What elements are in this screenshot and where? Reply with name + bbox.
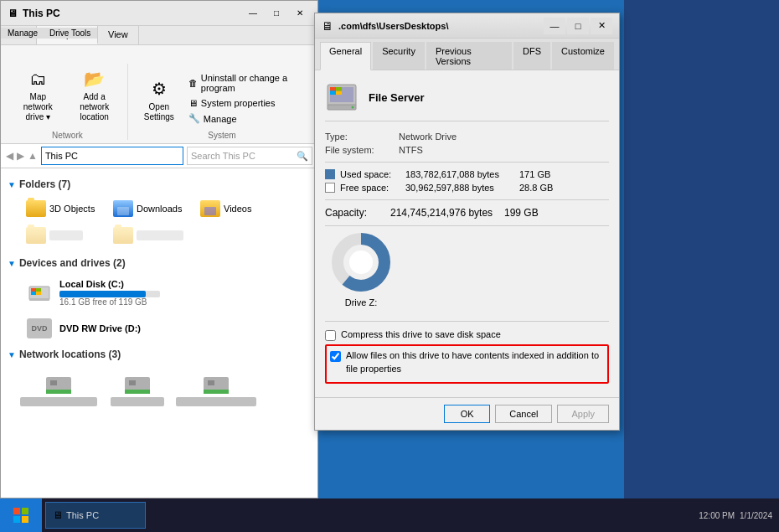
capacity-bytes: 214,745,214,976 bytes — [390, 207, 499, 219]
list-item[interactable]: Desktop — [21, 224, 105, 247]
dialog-title-bar: 🖥 .com\dfs\UsersDesktops\ — □ ✕ — [315, 13, 619, 39]
forward-icon[interactable]: ▶ — [17, 150, 24, 162]
uninstall-icon: 🗑 — [188, 78, 198, 88]
list-item[interactable]: DVD DVD RW Drive (D:) — [21, 312, 311, 345]
tab-general[interactable]: General — [320, 42, 371, 70]
ribbon-group-system: ⚙ OpenSettings 🗑 Uninstall or change a p… — [133, 71, 311, 140]
svg-rect-9 — [50, 380, 57, 385]
apply-button[interactable]: Apply — [557, 405, 609, 423]
used-gb: 171 GB — [519, 169, 550, 179]
dialog-minimize-button[interactable]: — — [544, 18, 565, 34]
sub-tab-drive-tools[interactable]: Drive Tools — [49, 28, 90, 38]
network-section-header[interactable]: ▼ Network locations (3) — [8, 349, 311, 360]
space-section: Used space: 183,782,617,088 bytes 171 GB… — [325, 169, 609, 193]
svg-rect-29 — [22, 508, 28, 514]
compress-label: Compress this drive to save disk space — [341, 328, 501, 341]
open-settings-button[interactable]: ⚙ OpenSettings — [138, 74, 180, 126]
local-disk-icon — [26, 280, 53, 307]
list-item[interactable]: Documents — [108, 224, 192, 247]
start-button[interactable] — [0, 498, 42, 532]
folder-icon — [200, 200, 220, 217]
system-props-icon: 🖥 — [188, 98, 198, 108]
search-box[interactable]: Search This PC 🔍 — [187, 147, 312, 165]
back-icon[interactable]: ◀ — [6, 150, 13, 162]
tab-security[interactable]: Security — [373, 42, 425, 70]
disk-visual-section: Drive Z: — [325, 225, 609, 314]
svg-rect-3 — [36, 288, 41, 292]
network-group-label: Network — [52, 131, 83, 140]
system-properties-button[interactable]: 🖥 System properties — [183, 96, 306, 110]
dialog-close-button[interactable]: ✕ — [591, 18, 612, 34]
donut-chart — [332, 233, 390, 292]
svg-point-24 — [352, 106, 354, 109]
manage-label: Manage — [204, 114, 237, 124]
list-item[interactable]: Local Disk (C:) 16.1 GB free of 119 GB — [21, 276, 311, 310]
content-area[interactable]: ▼ Folders (7) 3D Objects Downloads Video… — [1, 168, 317, 498]
list-item[interactable]: 3D Objects — [21, 197, 105, 220]
dialog-title-text: .com\dfs\UsersDesktops\ — [338, 21, 544, 31]
file-server-name: File Server — [369, 91, 425, 104]
taskbar-explorer-item[interactable]: 🖥 This PC — [45, 502, 146, 529]
tab-customize[interactable]: Customize — [552, 42, 614, 70]
used-bytes: 183,782,617,088 bytes — [405, 169, 514, 179]
network-grid: .com\dfs\UsersHo... .com\dfs) (K:) — [21, 367, 311, 410]
list-item[interactable]: .com\dfs\UsersDes... — [178, 367, 254, 410]
close-button[interactable]: ✕ — [289, 5, 311, 22]
network-section-label: Network locations (3) — [19, 349, 121, 360]
dvd-info: DVD RW Drive (D:) — [59, 323, 306, 333]
taskbar-clock: 12:00 PM 1/1/2024 — [692, 511, 779, 520]
folders-section-header[interactable]: ▼ Folders (7) — [8, 178, 311, 190]
add-network-location-button[interactable]: 📂 Add a networklocation — [67, 64, 122, 126]
up-icon[interactable]: ▲ — [28, 150, 38, 162]
dialog-tabs: General Security Previous Versions DFS C… — [315, 39, 619, 70]
list-item[interactable]: Videos — [195, 197, 279, 220]
background-panel — [624, 0, 779, 498]
settings-icon: ⚙ — [147, 77, 171, 101]
minimize-button[interactable]: — — [242, 5, 264, 22]
manage-button[interactable]: 🔧 Manage — [183, 111, 306, 126]
filesystem-label: File system: — [325, 145, 392, 155]
folder-icon — [26, 200, 46, 217]
map-network-drive-button[interactable]: 🗂 Map networkdrive ▾ — [13, 64, 64, 126]
capacity-row: Capacity: 214,745,214,976 bytes 199 GB — [325, 207, 609, 219]
network-chevron-icon: ▼ — [8, 350, 16, 359]
compress-checkbox[interactable] — [325, 330, 336, 341]
tab-dfs[interactable]: DFS — [513, 42, 550, 70]
svg-rect-4 — [31, 292, 36, 295]
dialog-maximize-button[interactable]: □ — [567, 18, 589, 34]
uninstall-button[interactable]: 🗑 Uninstall or change a program — [183, 71, 306, 95]
svg-rect-14 — [204, 390, 229, 394]
sub-tab-manage[interactable]: Manage — [8, 28, 38, 38]
maximize-button[interactable]: □ — [266, 5, 287, 22]
separator-1 — [325, 162, 609, 163]
ribbon-tab-view[interactable]: View — [98, 26, 139, 44]
devices-section-label: Devices and drives (2) — [19, 257, 126, 269]
list-item[interactable]: .com\dfs\UsersHo... — [21, 367, 96, 410]
computer-icon: 🖥 — [8, 8, 18, 19]
dvd-icon: DVD — [26, 315, 53, 342]
svg-rect-5 — [36, 292, 41, 295]
separator-2 — [325, 199, 609, 200]
network-drive-icon — [44, 370, 74, 395]
svg-rect-28 — [13, 508, 20, 514]
list-item[interactable]: .com\dfs) (K:) — [100, 367, 175, 410]
svg-rect-20 — [336, 87, 342, 91]
dialog-content: File Server Type: Network Drive File sys… — [315, 70, 619, 397]
ok-button[interactable]: OK — [444, 405, 490, 423]
used-space-row: Used space: 183,782,617,088 bytes 171 GB — [325, 169, 609, 179]
cancel-button[interactable]: Cancel — [495, 405, 552, 423]
devices-section-header[interactable]: ▼ Devices and drives (2) — [8, 257, 311, 269]
system-props-label: System properties — [201, 98, 276, 108]
ribbon-group-network: 🗂 Map networkdrive ▾ 📂 Add a networkloca… — [8, 64, 128, 140]
used-label: Used space: — [340, 169, 400, 179]
index-checkbox[interactable] — [330, 351, 341, 362]
tab-previous-versions[interactable]: Previous Versions — [426, 42, 512, 70]
index-row: Allow files on this drive to have conten… — [330, 349, 604, 375]
filesystem-row: File system: NTFS — [325, 145, 609, 155]
list-item[interactable]: Downloads — [108, 197, 192, 220]
address-input[interactable] — [41, 147, 183, 165]
uninstall-label: Uninstall or change a program — [201, 73, 301, 93]
explorer-window: 🖥 This PC — □ ✕ File Computer View Manag… — [0, 0, 318, 498]
file-server-icon — [325, 80, 359, 114]
ribbon-content: Manage Drive Tools 🗂 Map networkdrive ▾ … — [1, 45, 317, 143]
